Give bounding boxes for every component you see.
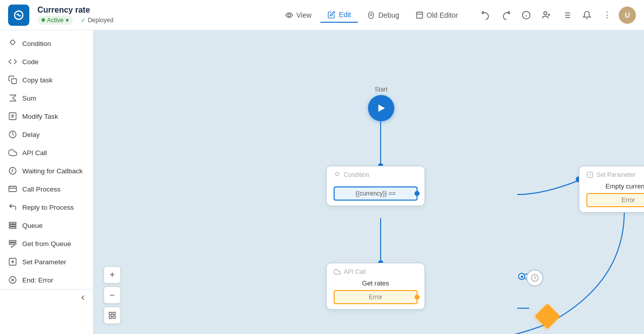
more-button[interactable]: ⋮ xyxy=(599,7,616,24)
condition-node-icon xyxy=(334,171,341,178)
sidebar-item-delay[interactable]: Delay xyxy=(0,125,93,144)
svg-marker-37 xyxy=(379,105,385,112)
zoom-out-button[interactable]: − xyxy=(104,287,121,304)
fit-button[interactable] xyxy=(104,307,121,324)
clock-icon xyxy=(530,273,539,282)
condition-port-dot xyxy=(415,191,420,196)
set-param-type-label: Set Parameter xyxy=(596,171,635,178)
avatar[interactable]: U xyxy=(619,7,636,24)
app-logo[interactable] xyxy=(8,5,29,26)
main-layout: Condition Code Copy task Sum Modify Task… xyxy=(0,30,644,334)
sidebar-item-modify-task[interactable]: Modify Task xyxy=(0,107,93,125)
delay-icon xyxy=(8,130,17,139)
reply-icon xyxy=(8,203,17,212)
cloud-icon xyxy=(8,148,17,157)
debug-label: Debug xyxy=(378,11,399,19)
sidebar-label-delay: Delay xyxy=(22,131,40,138)
set-parameter-port-label: Error xyxy=(622,197,635,204)
info-button[interactable] xyxy=(518,7,535,24)
condition-node-content: {{currency}} == xyxy=(327,181,425,206)
set-param-node-icon xyxy=(586,171,593,178)
sidebar-label-end-error: End: Error xyxy=(22,276,54,284)
bell-button[interactable] xyxy=(578,7,595,24)
svg-point-1 xyxy=(288,14,291,16)
canvas-controls: + − xyxy=(104,266,121,324)
api-call-node-icon xyxy=(334,268,341,275)
condition-node-header: Condition xyxy=(327,166,425,181)
sidebar-label-api-call: API Call xyxy=(22,149,47,157)
sidebar-item-sum[interactable]: Sum xyxy=(0,89,93,107)
zoom-in-button[interactable]: + xyxy=(104,266,121,283)
set-parameter-error-port: Error xyxy=(586,193,644,207)
old-editor-button[interactable]: Old Editor xyxy=(408,8,465,22)
zoom-out-label: − xyxy=(110,290,115,301)
old-editor-label: Old Editor xyxy=(427,11,458,19)
set-parameter-header: Set Parameter xyxy=(579,166,644,181)
active-dot xyxy=(41,18,45,22)
set-parameter-node[interactable]: Set Parameter Empty currency Error xyxy=(579,166,644,213)
sidebar-item-condition[interactable]: Condition xyxy=(0,34,93,53)
check-icon: ✓ xyxy=(81,17,86,24)
sidebar-item-queue[interactable]: Queue xyxy=(0,216,93,234)
title-group: Currency rate Active ▾ ✓ Deployed xyxy=(37,6,117,25)
svg-rect-42 xyxy=(113,312,115,315)
sidebar-item-waiting-callback[interactable]: Waiting for Callback xyxy=(0,162,93,180)
condition-node[interactable]: Condition {{currency}} == xyxy=(326,166,425,206)
svg-rect-25 xyxy=(9,243,16,245)
edit-button[interactable]: Edit xyxy=(320,8,358,23)
view-label: View xyxy=(296,11,311,19)
sum-icon xyxy=(8,93,17,103)
active-badge[interactable]: Active ▾ xyxy=(37,16,73,25)
nav-tabs: View Edit Debug Old Editor xyxy=(278,8,465,23)
debug-button[interactable]: Debug xyxy=(360,8,406,22)
sidebar-item-end-error[interactable]: End: Error xyxy=(0,271,93,289)
call-process-icon xyxy=(8,184,17,194)
sidebar-item-set-parameter[interactable]: Set Parameter xyxy=(0,253,93,271)
diamond-node[interactable] xyxy=(535,304,561,329)
person-add-button[interactable] xyxy=(538,7,555,24)
chevron-left-icon xyxy=(79,294,87,302)
active-label: Active xyxy=(47,17,64,24)
svg-rect-38 xyxy=(335,172,339,176)
status-badges: Active ▾ ✓ Deployed xyxy=(37,16,117,25)
sidebar-item-api-call[interactable]: API Call xyxy=(0,144,93,162)
get-queue-icon xyxy=(8,239,17,248)
sidebar-label-code: Code xyxy=(22,58,38,66)
clock-node xyxy=(526,269,543,287)
api-call-type-label: API Call xyxy=(344,268,365,275)
start-button[interactable] xyxy=(368,95,394,121)
header: Currency rate Active ▾ ✓ Deployed View E… xyxy=(0,0,644,30)
sidebar-label-condition: Condition xyxy=(22,40,51,47)
sidebar-item-reply-to-process[interactable]: Reply to Process xyxy=(0,198,93,216)
sidebar-item-call-process[interactable]: Call Process xyxy=(0,180,93,198)
key-port xyxy=(518,273,525,280)
api-call-error-port: Error xyxy=(334,290,418,304)
set-param-icon xyxy=(8,257,17,266)
svg-rect-21 xyxy=(9,222,16,224)
sidebar-label-queue: Queue xyxy=(22,222,43,229)
modify-icon xyxy=(8,112,17,121)
sidebar-label-get-from-queue: Get from Queue xyxy=(22,240,71,248)
api-call-header: API Call xyxy=(327,263,425,278)
chevron-down-icon: ▾ xyxy=(66,17,69,24)
sidebar: Condition Code Copy task Sum Modify Task… xyxy=(0,30,94,334)
sidebar-label-copy-task: Copy task xyxy=(22,76,53,84)
svg-rect-22 xyxy=(9,225,16,226)
view-button[interactable]: View xyxy=(278,8,318,22)
undo-button[interactable] xyxy=(477,7,494,24)
redo-button[interactable] xyxy=(497,7,515,24)
svg-rect-44 xyxy=(113,316,115,318)
sidebar-item-copy-task[interactable]: Copy task xyxy=(0,71,93,89)
list-button[interactable] xyxy=(558,7,575,24)
copy-icon xyxy=(8,75,17,84)
sidebar-label-waiting-callback: Waiting for Callback xyxy=(22,167,83,175)
svg-point-6 xyxy=(544,12,547,15)
sidebar-item-code[interactable]: Code xyxy=(0,53,93,71)
svg-rect-2 xyxy=(417,12,423,18)
api-call-node[interactable]: API Call Get rates Error xyxy=(326,263,425,310)
deployed-badge: ✓ Deployed xyxy=(77,16,118,25)
svg-rect-23 xyxy=(9,227,16,228)
sidebar-collapse-button[interactable] xyxy=(0,289,93,306)
set-parameter-title: Empty currency xyxy=(586,182,644,190)
sidebar-item-get-from-queue[interactable]: Get from Queue xyxy=(0,234,93,253)
